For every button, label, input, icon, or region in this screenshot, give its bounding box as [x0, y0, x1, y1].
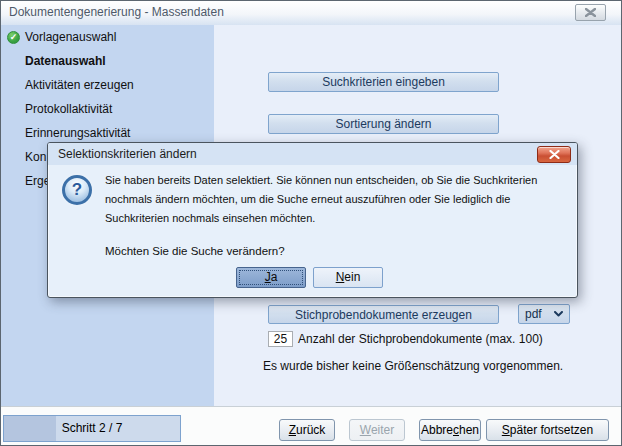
stichprobendokumente-erzeugen-button[interactable]: Stichprobendokumente erzeugen [268, 305, 499, 324]
format-dropdown-value: pdf [525, 307, 542, 321]
step-completed-check-icon: ✓ [7, 31, 20, 44]
button-label-part: Abbre [421, 423, 453, 437]
button-label-part: a [271, 270, 278, 284]
close-icon [585, 8, 596, 17]
nein-button[interactable]: Nein [313, 267, 383, 288]
window-title: Dokumentengenerierung - Massendaten [9, 1, 224, 24]
window-close-button[interactable] [575, 4, 606, 21]
sidebar-item-label: Erinnerungsaktivität [25, 126, 130, 140]
sample-count-label: Anzahl der Stichprobendokumente (max. 10… [298, 332, 543, 346]
dialog-question: Möchten Sie die Suche verändern? [105, 245, 285, 257]
abbrechen-button[interactable]: Abbrechen [419, 419, 481, 441]
dialog-close-button[interactable] [537, 146, 571, 163]
dialog-title: Selektionskriterien ändern [58, 143, 197, 165]
button-label-part: ein [344, 270, 360, 284]
dialog-message-line: nochmals ändern möchten, um die Suche er… [105, 193, 510, 205]
sidebar-item-label: Vorlagenauswahl [25, 30, 116, 44]
button-label-part: Z [289, 423, 296, 437]
wizard-window: Dokumentengenerierung - Massendaten ✓ Vo… [0, 0, 622, 446]
step-progress-label: Schritt 2 / 7 [4, 416, 180, 441]
button-label-part: eiter [371, 423, 394, 437]
sample-count-input[interactable] [268, 331, 293, 347]
dialog-message-line: Suchkriterien nochmals einsehen möchten. [105, 212, 315, 224]
question-mark-icon: ? [62, 175, 92, 205]
button-label-part: hen [459, 423, 479, 437]
sidebar-item-protokollaktivitaet[interactable]: Protokollaktivität [1, 97, 214, 121]
close-icon [549, 150, 560, 159]
sidebar-item-aktivitaeten-erzeugen[interactable]: Aktivitäten erzeugen [1, 73, 214, 97]
wizard-footer: Schritt 2 / 7 Zurück Weiter Abbrechen Sp… [1, 406, 621, 445]
size-estimate-status: Es wurde bisher keine Größenschätzung vo… [263, 359, 563, 373]
button-label-part: S [502, 423, 510, 437]
sidebar-item-label: Aktivitäten erzeugen [25, 78, 134, 92]
window-titlebar: Dokumentengenerierung - Massendaten [1, 1, 621, 25]
sidebar-item-label: Protokollaktivität [25, 102, 112, 116]
sidebar-item-label: Datenauswahl [25, 54, 106, 68]
selektionskriterien-dialog: Selektionskriterien ändern ? Sie haben b… [47, 142, 578, 298]
zurueck-button[interactable]: Zurück [279, 419, 335, 441]
step-progress: Schritt 2 / 7 [3, 415, 181, 442]
sidebar-item-datenauswahl[interactable]: Datenauswahl [1, 49, 214, 73]
format-dropdown[interactable]: pdf [518, 304, 570, 324]
weiter-button: Weiter [349, 419, 405, 441]
ja-button[interactable]: Ja [236, 267, 306, 288]
sidebar-item-vorlagenauswahl[interactable]: ✓ Vorlagenauswahl [1, 25, 214, 49]
dialog-message-line: Sie haben bereits Daten selektiert. Sie … [105, 174, 537, 186]
spaeter-fortsetzen-button[interactable]: Später fortsetzen [486, 419, 609, 441]
dialog-titlebar: Selektionskriterien ändern [48, 143, 577, 165]
chevron-down-icon [554, 311, 563, 317]
button-label-part: W [360, 423, 371, 437]
button-label-part: päter fortsetzen [510, 423, 593, 437]
sidebar-item-label: Kon [25, 150, 46, 164]
suchkriterien-eingeben-button[interactable]: Suchkriterien eingeben [268, 72, 499, 92]
button-label-part: urück [296, 423, 325, 437]
sortierung-aendern-button[interactable]: Sortierung ändern [268, 114, 499, 134]
